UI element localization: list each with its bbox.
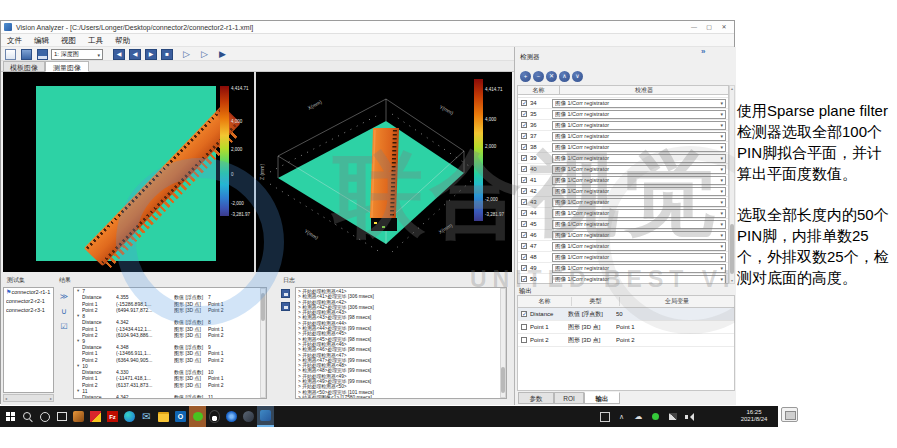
outlook-icon[interactable] xyxy=(172,406,189,427)
source-dropdown[interactable]: 图像 1/Corr registrator▾ xyxy=(552,220,726,229)
scroll-right-icon[interactable]: ▸ xyxy=(50,396,52,401)
source-dropdown[interactable]: 图像 1/Corr registrator▾ xyxy=(552,99,726,108)
source-dropdown[interactable]: 图像 1/Corr registrator▾ xyxy=(552,121,726,130)
row-checkbox[interactable] xyxy=(521,221,527,227)
detector-row[interactable]: 43图像 1/Corr registrator▾ xyxy=(518,197,728,208)
row-checkbox[interactable] xyxy=(521,337,527,343)
row-checkbox[interactable] xyxy=(521,122,527,128)
detector-scrollbar[interactable]: ▴ ▾ xyxy=(729,85,735,284)
testset-item[interactable]: connector2-r1-1⚑ xyxy=(4,288,53,297)
source-dropdown[interactable]: 图像 1/Corr registrator▾ xyxy=(552,264,726,273)
tray-expand-icon[interactable] xyxy=(613,406,630,427)
row-checkbox[interactable] xyxy=(521,265,527,271)
clear-log-icon[interactable] xyxy=(281,302,290,311)
result-row[interactable]: Point 2(6364.940,905...图形 [3D 点]Point 2 xyxy=(74,357,266,363)
steam-icon[interactable] xyxy=(240,406,257,427)
source-dropdown[interactable]: 图像 1/Corr registrator▾ xyxy=(552,132,726,141)
source-dropdown[interactable]: 图像 1/Corr registrator▾ xyxy=(552,143,726,152)
result-row[interactable]: Distance4.342数值 [浮点数]11 xyxy=(74,394,266,399)
scroll-left-icon[interactable]: ◂ xyxy=(5,396,7,401)
first-frame-button[interactable]: ◀ xyxy=(113,49,125,60)
source-dropdown[interactable]: 图像 1/Corr registrator▾ xyxy=(552,198,726,207)
detector-row[interactable]: 34图像 1/Corr registrator▾ xyxy=(518,98,728,109)
log-scrollbar[interactable] xyxy=(500,288,506,398)
app-paw-icon[interactable] xyxy=(70,406,87,427)
detector-row[interactable]: 39图像 1/Corr registrator▾ xyxy=(518,153,728,164)
new-file-icon[interactable] xyxy=(5,49,16,60)
row-checkbox[interactable] xyxy=(521,254,527,260)
detector-row[interactable]: 35图像 1/Corr registrator▾ xyxy=(518,109,728,120)
row-checkbox[interactable] xyxy=(521,155,527,161)
source-dropdown[interactable]: 图像 1/Corr registrator▾ xyxy=(552,253,726,262)
detector-row[interactable]: 40图像 1/Corr registrator▾ xyxy=(518,164,728,175)
result-row[interactable]: Point 2(6137.431,873...图形 [3D 点]Point 2 xyxy=(74,382,266,388)
remove-detector-button[interactable]: − xyxy=(533,71,544,82)
run-results-icon[interactable]: ≫ xyxy=(57,289,71,304)
menu-item[interactable]: 工具 xyxy=(82,34,109,46)
expander-icon[interactable]: ▾ xyxy=(77,363,79,369)
output-row[interactable]: Point 1图形 [3D 点]Point 1 xyxy=(518,321,734,334)
row-checkbox[interactable] xyxy=(521,311,527,317)
menu-item[interactable]: 文件 xyxy=(1,34,28,46)
start-icon[interactable] xyxy=(2,406,19,427)
vision-analyzer-icon[interactable] xyxy=(257,406,274,427)
source-dropdown[interactable]: 图像 1/Corr registrator▾ xyxy=(552,154,726,163)
view-selector-dropdown[interactable]: 1: 深度图 ▾ xyxy=(51,49,103,60)
result-row[interactable]: Point 2(6494.917,872...图形 [3D 点]Point 2 xyxy=(74,307,266,313)
testset-list[interactable]: connector2-r1-1⚑connector2-r2-1connector… xyxy=(3,287,54,393)
close-button[interactable]: ✕ xyxy=(718,23,730,32)
filezilla-icon[interactable] xyxy=(104,406,121,427)
row-checkbox[interactable] xyxy=(521,210,527,216)
tab-template-image[interactable]: 模板图像 xyxy=(3,61,45,72)
detector-row[interactable]: 50图像 1/Corr registrator▾ xyxy=(518,274,728,284)
taskbar-clock[interactable]: 16:25 2021/8/24 xyxy=(731,409,777,423)
detector-row[interactable]: 37图像 1/Corr registrator▾ xyxy=(518,131,728,142)
source-dropdown[interactable]: 图像 1/Corr registrator▾ xyxy=(552,110,726,119)
compare-results-icon[interactable]: ∪ xyxy=(57,304,71,319)
row-checkbox[interactable] xyxy=(521,166,527,172)
edge-icon[interactable] xyxy=(121,406,138,427)
wechat-icon[interactable] xyxy=(189,406,206,427)
detector-row[interactable]: 44图像 1/Corr registrator▾ xyxy=(518,208,728,219)
status-dot-icon[interactable] xyxy=(647,406,664,427)
save-file-icon[interactable] xyxy=(37,49,48,60)
detector-row[interactable]: 36图像 1/Corr registrator▾ xyxy=(518,120,728,131)
expander-icon[interactable]: ▾ xyxy=(77,388,79,394)
source-dropdown[interactable]: 图像 1/Corr registrator▾ xyxy=(552,231,726,240)
expander-icon[interactable]: ▾ xyxy=(77,338,79,344)
row-checkbox[interactable] xyxy=(521,199,527,205)
view-3d[interactable]: X(mm) Y(mm) Y(mm) X(mm) Z (mm) 4,414.714… xyxy=(256,72,512,272)
browser-icon[interactable] xyxy=(223,406,240,427)
testset-item[interactable]: connector2-r2-1 xyxy=(4,297,53,306)
output-row[interactable]: Distance数值 [浮点数]50 xyxy=(518,308,734,321)
qq-icon[interactable] xyxy=(206,406,223,427)
search-icon[interactable] xyxy=(19,406,36,427)
delete-detector-button[interactable]: ✕ xyxy=(546,71,557,82)
row-checkbox[interactable] xyxy=(521,276,527,282)
move-up-button[interactable]: ∧ xyxy=(559,71,570,82)
tab-measure-image[interactable]: 测量图像 xyxy=(45,61,89,72)
onedrive-icon[interactable] xyxy=(630,406,647,427)
run-single-icon[interactable]: ▷ xyxy=(201,48,208,60)
source-dropdown[interactable]: 图像 1/Corr registrator▾ xyxy=(552,275,726,284)
source-dropdown[interactable]: 图像 1/Corr registrator▾ xyxy=(552,165,726,174)
detector-row[interactable]: 38图像 1/Corr registrator▾ xyxy=(518,142,728,153)
open-file-icon[interactable] xyxy=(21,49,32,60)
tab-parameters[interactable]: 参数 xyxy=(518,392,554,404)
detector-row[interactable]: 41图像 1/Corr registrator▾ xyxy=(518,175,728,186)
source-dropdown[interactable]: 图像 1/Corr registrator▾ xyxy=(552,242,726,251)
detector-row[interactable]: 46图像 1/Corr registrator▾ xyxy=(518,230,728,241)
row-checkbox[interactable] xyxy=(521,232,527,238)
mail-icon[interactable] xyxy=(138,406,155,427)
depth-image-view[interactable]: 4,414.714,0002,0000-2,000-3,281.97 xyxy=(3,72,254,272)
row-checkbox[interactable] xyxy=(521,133,527,139)
expander-icon[interactable]: ▾ xyxy=(77,288,79,294)
overlay-tool-icon[interactable] xyxy=(781,407,798,422)
add-detector-button[interactable]: + xyxy=(520,71,531,82)
row-checkbox[interactable] xyxy=(521,144,527,150)
menu-item[interactable]: 帮助 xyxy=(109,34,136,46)
move-down-button[interactable]: ∨ xyxy=(572,71,583,82)
network-icon[interactable] xyxy=(664,406,681,427)
testset-hscrollbar[interactable]: ◂▸ xyxy=(3,394,54,402)
next-frame-button[interactable]: ▶ xyxy=(145,49,157,60)
